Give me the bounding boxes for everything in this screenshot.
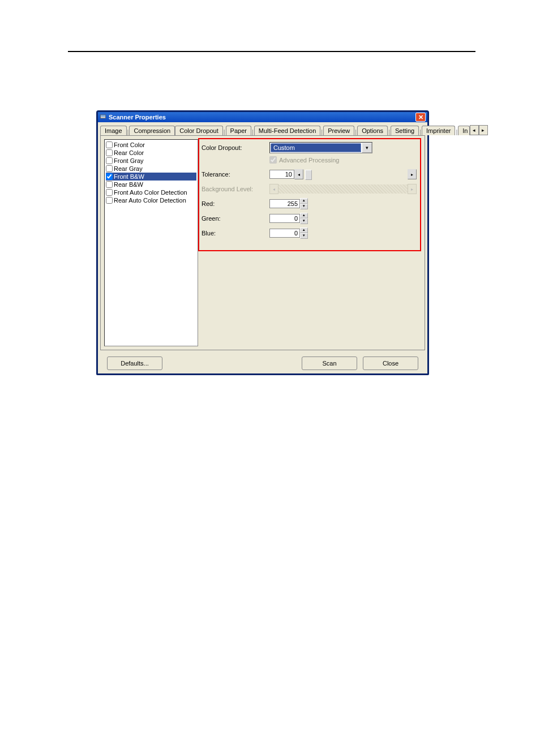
svg-rect-1 xyxy=(101,115,105,117)
list-item-label: Front Gray xyxy=(114,157,144,164)
checkbox-rear-auto-color[interactable] xyxy=(106,197,113,204)
chevron-down-icon[interactable]: ▾ xyxy=(362,143,372,153)
dialog-footer: Defaults... Scan Close xyxy=(98,356,427,370)
slider-inc-icon: ▸ xyxy=(408,184,417,194)
spin-down-icon[interactable]: ▾ xyxy=(300,233,308,239)
tab-scroll-right-icon[interactable]: ▸ xyxy=(479,125,488,135)
scanner-properties-window: Scanner Properties ✕ Image | Compression… xyxy=(96,110,429,375)
slider-dec-icon[interactable]: ◂ xyxy=(294,169,303,179)
spin-down-icon[interactable]: ▾ xyxy=(300,204,308,209)
window-title: Scanner Properties xyxy=(109,114,166,121)
list-item-label: Rear B&W xyxy=(114,181,143,188)
tab-overflow[interactable]: In xyxy=(458,126,469,135)
advanced-processing-row: Advanced Processing xyxy=(269,156,418,164)
color-dropout-panel: Color Dropout: Custom ▾ Advanced Process… xyxy=(202,141,418,242)
list-item: Front Gray xyxy=(106,157,196,165)
checkbox-front-bw[interactable] xyxy=(106,173,113,180)
blue-value[interactable]: 0 xyxy=(269,229,300,238)
tab-options[interactable]: Options xyxy=(357,126,388,135)
list-item: Rear Gray xyxy=(106,165,196,173)
tolerance-label: Tolerance: xyxy=(202,171,269,178)
list-item-selected: Front B&W xyxy=(106,173,196,181)
background-level-slider: ◂ ▸ xyxy=(269,184,417,194)
color-dropout-combo[interactable]: Custom ▾ xyxy=(269,142,372,153)
combo-value: Custom xyxy=(271,143,361,152)
list-item: Front Color xyxy=(106,141,196,149)
tolerance-value: 10 xyxy=(269,170,294,179)
slider-track-disabled xyxy=(278,184,408,194)
list-item: Rear Color xyxy=(106,149,196,157)
titlebar-left: Scanner Properties xyxy=(100,113,166,121)
checkbox-rear-gray[interactable] xyxy=(106,165,113,172)
tab-body: Front Color Rear Color Front Gray Rear G… xyxy=(100,135,425,350)
checkbox-rear-color[interactable] xyxy=(106,149,113,156)
slider-thumb[interactable] xyxy=(305,170,312,180)
image-mode-list[interactable]: Front Color Rear Color Front Gray Rear G… xyxy=(104,139,198,346)
tab-preview[interactable]: Preview xyxy=(323,126,354,135)
list-item: Rear Auto Color Detection xyxy=(106,196,196,204)
slider-inc-icon[interactable]: ▸ xyxy=(408,169,417,179)
tab-scroll-left-icon[interactable]: ◂ xyxy=(470,125,479,135)
checkbox-front-color[interactable] xyxy=(106,141,113,148)
app-icon xyxy=(100,113,106,121)
scan-button[interactable]: Scan xyxy=(302,356,357,370)
list-item: Rear B&W xyxy=(106,181,196,188)
spin-up-icon[interactable]: ▴ xyxy=(300,213,308,218)
titlebar[interactable]: Scanner Properties ✕ xyxy=(98,112,427,122)
list-item-label: Rear Color xyxy=(114,149,144,156)
slider-dec-icon: ◂ xyxy=(269,184,278,194)
advanced-processing-label: Advanced Processing xyxy=(279,157,339,164)
red-value[interactable]: 255 xyxy=(269,199,300,208)
tabs-row: Image | Compression Color Dropout | Pape… xyxy=(98,124,427,135)
checkbox-front-auto-color[interactable] xyxy=(106,189,113,196)
red-spinner[interactable]: 255 ▴▾ xyxy=(269,198,308,209)
tab-imprinter[interactable]: Imprinter xyxy=(422,126,455,135)
blue-spinner[interactable]: 0 ▴▾ xyxy=(269,227,308,239)
green-label: Green: xyxy=(202,215,269,222)
spin-up-icon[interactable]: ▴ xyxy=(300,227,308,233)
tab-setting[interactable]: Setting xyxy=(391,126,419,135)
page-top-rule xyxy=(68,51,475,52)
list-item-label: Front Color xyxy=(114,141,145,148)
blue-label: Blue: xyxy=(202,230,269,237)
advanced-processing-checkbox xyxy=(269,156,277,164)
green-spinner[interactable]: 0 ▴▾ xyxy=(269,213,308,224)
red-label: Red: xyxy=(202,200,269,207)
list-item-label: Front B&W xyxy=(114,173,144,180)
green-value[interactable]: 0 xyxy=(269,214,300,223)
spin-down-icon[interactable]: ▾ xyxy=(300,218,308,224)
tab-multifeed[interactable]: Multi-Feed Detection xyxy=(254,126,321,135)
background-level-label: Background Level: xyxy=(202,186,269,192)
slider-track[interactable] xyxy=(303,170,408,179)
close-icon[interactable]: ✕ xyxy=(415,113,426,122)
list-item-label: Rear Auto Color Detection xyxy=(114,197,186,204)
tab-scroll: ◂ ▸ xyxy=(470,125,488,135)
list-item: Front Auto Color Detection xyxy=(106,188,196,196)
checkbox-front-gray[interactable] xyxy=(106,157,113,164)
checkbox-rear-bw[interactable] xyxy=(106,181,113,188)
tab-compression[interactable]: Compression xyxy=(129,126,175,135)
defaults-button[interactable]: Defaults... xyxy=(107,356,162,370)
spin-up-icon[interactable]: ▴ xyxy=(300,198,308,204)
color-dropout-label: Color Dropout: xyxy=(202,144,269,151)
tolerance-slider[interactable]: 10 ◂ ▸ xyxy=(269,169,417,179)
close-button[interactable]: Close xyxy=(363,356,418,370)
tab-image[interactable]: Image xyxy=(100,126,127,135)
list-item-label: Front Auto Color Detection xyxy=(114,189,187,196)
tab-paper[interactable]: Paper xyxy=(226,126,251,135)
tab-color-dropout[interactable]: Color Dropout xyxy=(175,126,222,136)
list-item-label: Rear Gray xyxy=(114,165,143,172)
